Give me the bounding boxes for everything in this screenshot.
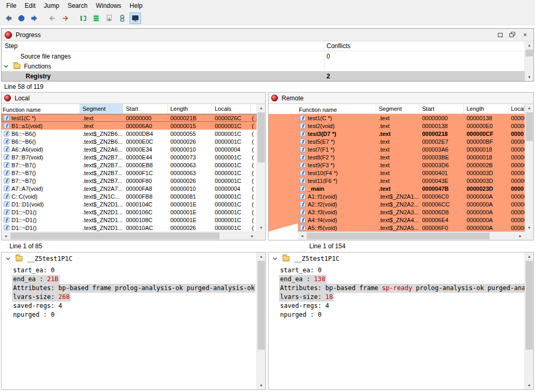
detail-header[interactable]: __Z5test1P1C [269, 252, 533, 265]
progress-row[interactable]: Functions [2, 61, 533, 71]
local-titlebar[interactable]: Local [2, 93, 265, 104]
table-row[interactable]: fA7::A7(void).text$_ZN2A7...00000FA80000… [2, 185, 257, 192]
table-row[interactable]: fD1::D1(void).text$_ZN2D1...0000104C0000… [2, 200, 257, 208]
chevron-down-icon[interactable] [4, 65, 8, 68]
scroll-thumb[interactable] [307, 233, 490, 239]
column-header-function-name[interactable]: Function name [298, 104, 376, 113]
table-row[interactable]: fD1::~D1().text$_ZN2D1...0000106C0000001… [2, 208, 257, 216]
column-header-length[interactable]: Length [464, 104, 508, 113]
table-row[interactable]: fA6::A6(void).text$_ZN2A6...00000E340000… [2, 145, 257, 153]
scroll-right-button[interactable]: ► [516, 232, 525, 240]
remote-titlebar[interactable]: Remote [269, 93, 533, 104]
table-row[interactable]: ftest2(void).text00000138000000E000000 [298, 122, 525, 130]
remote-horizontal-scrollbar[interactable]: ◄ ► [298, 232, 525, 240]
table-row[interactable]: fC::C(void).text$_ZN1C...00000FB80000008… [2, 192, 257, 200]
column-header-start[interactable]: Start [420, 104, 464, 113]
table-row[interactable]: fA2::f2(void).text$_ZN2A2...000006CC0000… [298, 200, 525, 208]
column-header-function-name[interactable]: Function name [2, 104, 80, 113]
column-header-locals[interactable]: Locals [212, 104, 251, 113]
scroll-right-button[interactable]: ► [248, 232, 257, 240]
column-header-step[interactable]: Step [5, 42, 18, 50]
maximize-button[interactable] [494, 30, 506, 40]
remote-vertical-scrollbar[interactable]: ▲ ▼ [525, 104, 533, 232]
table-row[interactable]: ftest5(E7 *).text000002E7000000BF00000 [298, 137, 525, 145]
jump-prev-button[interactable] [46, 13, 58, 24]
table-row[interactable]: ftest7(F1 *).text000003A60000001800000 [298, 145, 525, 153]
table-row[interactable]: f_main.text0000047B0000023D0000 [298, 185, 525, 192]
local-vertical-scrollbar[interactable]: ▲ ▼ [257, 104, 265, 232]
chevron-down-icon[interactable] [6, 257, 10, 260]
table-row[interactable]: fB7::~B7().text$_ZN2B7...00000EB80000006… [2, 161, 257, 169]
table-row[interactable]: fA1::f1(void).text$_ZN2A1...000006C00000… [298, 192, 525, 200]
table-row[interactable]: fB6::~B6().text$_ZN2B6...00000DB40000005… [2, 130, 257, 137]
column-header-length[interactable]: Length [168, 104, 212, 113]
menu-item-edit[interactable]: Edit [20, 0, 40, 11]
progress-titlebar[interactable]: Progress × [2, 29, 533, 41]
table-row[interactable]: ftest10(F4 *).text000004010000003D00000 [298, 169, 525, 177]
table-row[interactable]: fB7::~B7().text$_ZN2B7...00000F1C0000006… [2, 169, 257, 177]
scroll-thumb[interactable] [526, 261, 533, 350]
close-button[interactable]: × [519, 30, 531, 40]
detail-header[interactable]: __Z5test1P1C [2, 252, 265, 265]
table-row[interactable]: ftest1(C *).text000000000000013800000 [298, 114, 525, 122]
table-row[interactable]: fB1::a1(void).text000006A000000015000000… [2, 122, 257, 130]
open-database-button[interactable] [77, 13, 89, 24]
jump-next-button[interactable] [60, 13, 71, 24]
column-header-segment[interactable]: Segment [376, 104, 420, 113]
menu-item-search[interactable]: Search [63, 0, 91, 11]
local-horizontal-scrollbar[interactable]: ◄ ► [2, 232, 257, 240]
scroll-down-button[interactable]: ▼ [525, 382, 533, 389]
scroll-down-button[interactable]: ▼ [525, 73, 533, 81]
export-database-button[interactable] [103, 13, 115, 24]
progress-row[interactable]: Registry2 [2, 71, 533, 81]
scroll-thumb[interactable] [526, 50, 533, 56]
table-row[interactable]: fA3::f3(void).text$_ZN2A3...000006D80000… [298, 208, 525, 216]
table-row[interactable]: fB7::B7(void).text$_ZN2B7...00000E440000… [2, 153, 257, 161]
table-row[interactable]: ftest3(D7 *).text00000218000000CF0000 [298, 130, 525, 137]
table-row[interactable]: fD1::~D1().text$_ZN2D1...000010AC0000002… [2, 224, 257, 232]
table-row[interactable]: ftest1(C *).text000000000000021B0000026C… [2, 114, 257, 122]
table-row[interactable]: fA4::f4(void).text$_ZN2A4...000006E40000… [298, 216, 525, 224]
scroll-down-button[interactable]: ▼ [525, 224, 533, 232]
menu-item-help[interactable]: Help [125, 0, 147, 11]
float-button[interactable] [506, 30, 519, 40]
progress-vertical-scrollbar[interactable]: ▲ ▼ [525, 41, 533, 81]
table-row[interactable]: fB6::~B6().text$_ZN2B6...00000E0C0000002… [2, 137, 257, 145]
progress-row[interactable]: Source file ranges0 [2, 51, 533, 61]
detail-vertical-scrollbar[interactable]: ▲ ▼ [257, 252, 265, 389]
table-row[interactable]: ftest9(F3 *).text000003D60000002B00000 [298, 161, 525, 169]
scroll-up-button[interactable]: ▲ [257, 104, 265, 112]
table-row[interactable]: fB7::~B7().text$_ZN2B7...00000F800000002… [2, 177, 257, 185]
scroll-up-button[interactable]: ▲ [525, 252, 533, 260]
scroll-down-button[interactable]: ▼ [257, 382, 265, 389]
monitor-button[interactable] [130, 13, 141, 24]
column-header-start[interactable]: Start [123, 104, 168, 113]
scroll-thumb[interactable] [526, 112, 533, 141]
scroll-left-button[interactable]: ◄ [2, 232, 10, 240]
scroll-thumb[interactable] [258, 261, 265, 350]
database-list-button[interactable] [90, 13, 102, 24]
column-header-locals[interactable]: Locals [508, 104, 525, 113]
scroll-down-button[interactable]: ▼ [257, 224, 265, 232]
scroll-thumb[interactable] [258, 112, 265, 163]
nav-back-button[interactable] [3, 13, 14, 24]
scroll-thumb[interactable] [10, 233, 219, 239]
scroll-up-button[interactable]: ▲ [257, 252, 265, 260]
chevron-down-icon[interactable] [273, 257, 277, 260]
column-header-segment[interactable]: Segment [80, 104, 123, 113]
menu-item-jump[interactable]: Jump [40, 0, 63, 11]
table-row[interactable]: fA5::f5(void).text$_ZN2A5...000006F00000… [298, 224, 525, 232]
menu-item-file[interactable]: File [2, 0, 20, 11]
scroll-up-button[interactable]: ▲ [525, 104, 533, 112]
table-row[interactable]: ftest11(F6 *).text0000043E0000003D00000 [298, 177, 525, 185]
menu-item-windows[interactable]: Windows [91, 0, 125, 11]
link-databases-button[interactable] [117, 13, 128, 24]
scroll-left-button[interactable]: ◄ [298, 232, 306, 240]
column-header-conflicts[interactable]: Conflicts [327, 42, 351, 50]
table-row[interactable]: fD1::~D1().text$_ZN2D1...0000108C0000001… [2, 216, 257, 224]
table-row[interactable]: ftest8(F2 *).text000003BE0000001800000 [298, 153, 525, 161]
detail-vertical-scrollbar[interactable]: ▲ ▼ [525, 252, 533, 389]
nav-forward-button[interactable] [29, 13, 40, 24]
nav-stop-button[interactable] [16, 13, 27, 24]
scroll-up-button[interactable]: ▲ [525, 41, 533, 49]
